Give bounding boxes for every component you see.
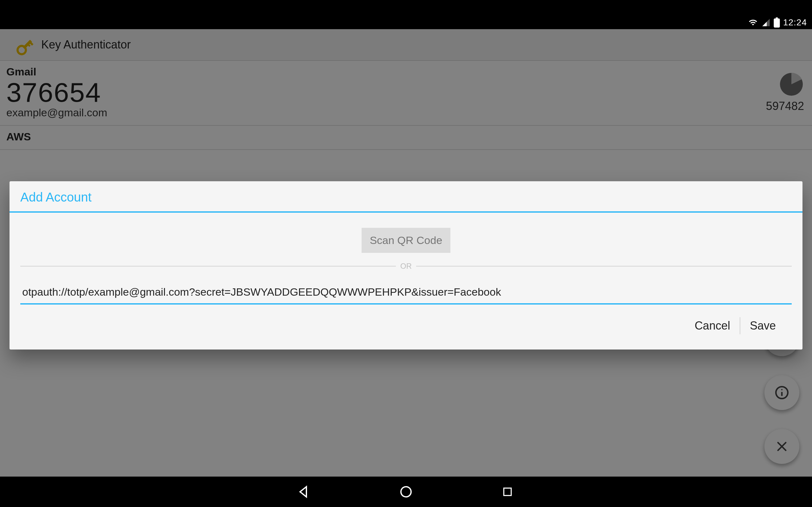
otpauth-uri-input[interactable] [20,282,792,304]
action-divider [740,317,740,334]
svg-rect-11 [504,488,511,495]
scan-qr-button[interactable]: Scan QR Code [362,228,451,253]
svg-point-10 [401,487,411,497]
battery-charging-icon [774,17,780,27]
wifi-icon [748,18,758,27]
status-time: 12:24 [783,17,807,27]
add-account-dialog: Add Account Scan QR Code OR Cancel Save [9,181,803,349]
app-content: Key Authenticator Gmail 376654 example@g… [0,29,812,476]
back-button[interactable] [295,482,314,501]
cancel-button[interactable]: Cancel [687,317,739,334]
save-button[interactable]: Save [742,317,784,334]
status-bar: 12:24 [0,16,812,29]
dialog-title: Add Account [9,181,803,211]
cell-signal-icon [762,18,770,27]
navigation-bar [0,476,812,507]
home-button[interactable] [397,482,415,501]
or-label: OR [400,262,412,271]
or-divider: OR [20,262,792,271]
letterbox-top [0,0,812,16]
recent-apps-button[interactable] [498,482,517,501]
